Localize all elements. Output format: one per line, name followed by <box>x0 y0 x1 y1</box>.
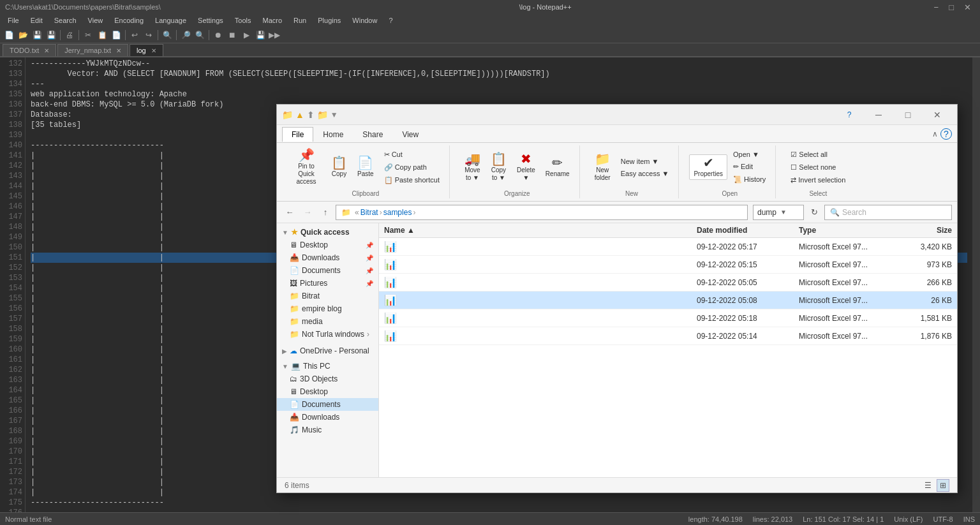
file-row-2[interactable]: 📊 09-12-2022 05:15 Microsoft Excel 97...… <box>379 256 957 274</box>
nav-desktop2[interactable]: 🖥 Desktop <box>277 385 378 398</box>
editor-scrollbar[interactable] <box>972 57 980 512</box>
search-box[interactable]: 🔍 Search <box>824 205 952 220</box>
tb-save-all[interactable]: 💾 <box>45 29 57 41</box>
file-row-1[interactable]: 📊 09-12-2022 05:17 Microsoft Excel 97...… <box>379 238 957 256</box>
file-row-5[interactable]: 📊 09-12-2022 05:18 Microsoft Excel 97...… <box>379 309 957 327</box>
tb-paste[interactable]: 📄 <box>110 29 122 41</box>
tb-save[interactable]: 💾 <box>31 29 43 41</box>
tb-open[interactable]: 📂 <box>17 29 29 41</box>
ribbon-edit-btn[interactable]: ✏ Edit <box>729 161 770 173</box>
nav-quickaccess[interactable]: ▼ ★ Quick access <box>277 226 378 239</box>
nav-pictures[interactable]: 🖼 Pictures 📌 <box>277 277 378 290</box>
col-date-header[interactable]: Date modified <box>697 226 799 235</box>
nav-onedrive[interactable]: ▶ ☁ OneDrive - Personal <box>277 344 378 357</box>
fe-title-dropdown-icon[interactable]: ▼ <box>330 110 338 119</box>
nav-media[interactable]: 📁 media <box>277 315 378 328</box>
fe-help-btn[interactable]: ? <box>835 105 864 125</box>
nav-empireblog[interactable]: 📁 empire blog <box>277 302 378 315</box>
menu-tools[interactable]: Tools <box>230 15 256 26</box>
ribbon-help-btn[interactable]: ? <box>940 128 952 140</box>
nav-3dobjects[interactable]: 🗂 3D Objects <box>277 373 378 385</box>
tb-copy[interactable]: 📋 <box>96 29 108 41</box>
fe-view-details-btn[interactable]: ⊞ <box>937 479 949 492</box>
ribbon-copyto-btn[interactable]: 📋 Copyto ▼ <box>486 151 511 184</box>
nav-downloads2[interactable]: 📥 Downloads <box>277 411 378 424</box>
file-row-3[interactable]: 📊 09-12-2022 05:05 Microsoft Excel 97...… <box>379 274 957 292</box>
tb-macro-stop[interactable]: ⏹ <box>226 29 239 41</box>
ribbon-properties-btn[interactable]: ✔ Properties <box>689 154 727 180</box>
ribbon-pin-btn[interactable]: 📌 Pin to Quickaccess <box>287 147 325 188</box>
ribbon-tab-file[interactable]: File <box>282 127 313 142</box>
tb-macro-record[interactable]: ⏺ <box>212 29 225 41</box>
menu-macro[interactable]: Macro <box>257 15 287 26</box>
ribbon-copypath-btn[interactable]: 🔗 Copy path <box>380 161 444 174</box>
ribbon-selectnone-btn[interactable]: ☐ Select none <box>786 161 850 174</box>
ribbon-history-btn[interactable]: 📜 History <box>729 174 770 186</box>
file-row-4[interactable]: 📊 09-12-2022 05:08 Microsoft Excel 97...… <box>379 292 957 309</box>
ribbon-invertselection-btn[interactable]: ⇄ Invert selection <box>786 174 850 186</box>
ribbon-tab-home[interactable]: Home <box>313 127 353 142</box>
tb-macro-save[interactable]: 💾 <box>254 29 267 41</box>
menu-plugins[interactable]: Plugins <box>313 15 346 26</box>
tb-print[interactable]: 🖨 <box>63 29 76 41</box>
tab-jerry-close[interactable]: ✕ <box>116 47 121 54</box>
ribbon-moveto-btn[interactable]: 🚚 Moveto ▼ <box>460 151 485 184</box>
tab-todo-close[interactable]: ✕ <box>44 47 49 54</box>
np-maximize-btn[interactable]: □ <box>945 3 958 12</box>
refresh-btn[interactable]: ↻ <box>806 205 822 220</box>
nav-bitrat[interactable]: 📁 Bitrat <box>277 290 378 302</box>
breadcrumb-bitrat[interactable]: Bitrat <box>360 208 378 217</box>
ribbon-cut-btn[interactable]: ✂ Cut <box>380 149 444 161</box>
fe-view-list-btn[interactable]: ☰ <box>921 479 934 492</box>
nav-notturla[interactable]: 📁 Not Turla windows › <box>277 328 378 341</box>
menu-run[interactable]: Run <box>288 15 311 26</box>
ribbon-open-btn[interactable]: Open ▼ <box>729 149 770 160</box>
ribbon-easyaccess-btn[interactable]: Easy access ▼ <box>616 168 674 179</box>
ribbon-newitem-btn[interactable]: New item ▼ <box>616 156 674 167</box>
nav-thispc[interactable]: ▼ 💻 This PC <box>277 360 378 373</box>
menu-help[interactable]: ? <box>383 15 397 26</box>
ribbon-delete-btn[interactable]: ✖ Delete▼ <box>512 151 540 184</box>
tb-new[interactable]: 📄 <box>3 29 15 41</box>
tb-redo[interactable]: ↪ <box>142 29 155 41</box>
tb-find[interactable]: 🔍 <box>161 29 174 41</box>
address-box[interactable]: 📁 « Bitrat › samples › <box>336 205 748 220</box>
tb-macro-play[interactable]: ▶ <box>240 29 253 41</box>
col-type-header[interactable]: Type <box>799 226 901 235</box>
ribbon-newfolder-btn[interactable]: 📁 Newfolder <box>590 151 615 184</box>
fe-minimize-btn[interactable]: ─ <box>864 105 893 125</box>
nav-documents2[interactable]: 📄 Documents <box>277 398 378 411</box>
fe-close-btn[interactable]: ✕ <box>923 105 952 125</box>
tb-macro-run[interactable]: ▶▶ <box>268 29 281 41</box>
breadcrumb-samples[interactable]: samples <box>383 208 412 217</box>
ribbon-tab-view[interactable]: View <box>392 127 428 142</box>
nav-up-btn[interactable]: ↑ <box>318 205 333 220</box>
np-close-btn[interactable]: ✕ <box>960 3 975 12</box>
file-row-6[interactable]: 📊 09-12-2022 05:14 Microsoft Excel 97...… <box>379 327 957 345</box>
tb-cut[interactable]: ✂ <box>82 29 94 41</box>
tab-log-close[interactable]: ✕ <box>151 47 156 54</box>
col-name-header[interactable]: Name ▲ <box>384 226 697 235</box>
address-dropdown-btn[interactable]: ▼ <box>780 209 787 216</box>
nav-documents[interactable]: 📄 Documents 📌 <box>277 264 378 277</box>
nav-desktop[interactable]: 🖥 Desktop 📌 <box>277 239 378 251</box>
ribbon-copy-btn[interactable]: 📋 Copy <box>327 154 352 180</box>
menu-settings[interactable]: Settings <box>193 15 228 26</box>
tb-undo[interactable]: ↩ <box>128 29 141 41</box>
menu-search[interactable]: Search <box>49 15 82 26</box>
nav-downloads[interactable]: 📥 Downloads 📌 <box>277 251 378 264</box>
menu-encoding[interactable]: Encoding <box>109 15 149 26</box>
menu-language[interactable]: Language <box>150 15 191 26</box>
ribbon-tab-share[interactable]: Share <box>353 127 392 142</box>
ribbon-selectall-btn[interactable]: ☑ Select all <box>786 149 850 161</box>
menu-file[interactable]: File <box>3 15 24 26</box>
nav-back-btn[interactable]: ← <box>282 205 297 220</box>
tab-todo[interactable]: TODO.txt ✕ <box>3 44 56 56</box>
menu-view[interactable]: View <box>83 15 108 26</box>
col-size-header[interactable]: Size <box>901 226 952 235</box>
ribbon-collapse-btn[interactable]: ∧ <box>932 129 938 138</box>
ribbon-paste-btn[interactable]: 📄 Paste <box>353 154 378 180</box>
menu-window[interactable]: Window <box>347 15 382 26</box>
tb-zoom-out[interactable]: 🔍 <box>193 29 206 41</box>
ribbon-pasteshortcut-btn[interactable]: 📋 Paste shortcut <box>380 174 444 186</box>
